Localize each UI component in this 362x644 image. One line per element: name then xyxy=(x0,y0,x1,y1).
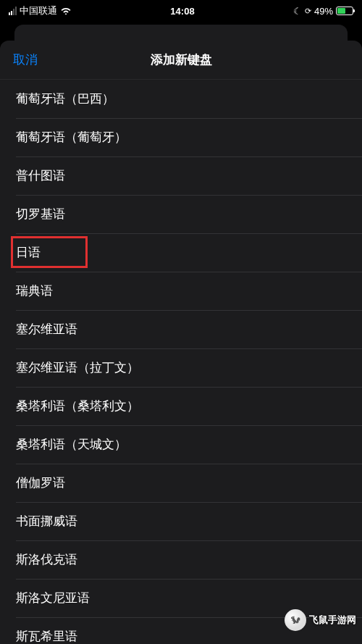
language-label: 斯洛伐克语 xyxy=(16,551,77,568)
moon-icon: ☾ xyxy=(293,6,302,17)
language-label: 书面挪威语 xyxy=(16,513,77,530)
language-label: 切罗基语 xyxy=(16,206,65,222)
language-row[interactable]: 塞尔维亚语 xyxy=(0,310,362,348)
language-row[interactable]: 书面挪威语 xyxy=(0,502,362,540)
language-row[interactable]: 切罗基语 xyxy=(0,195,362,233)
clock: 14:08 xyxy=(170,6,194,17)
cancel-button[interactable]: 取消 xyxy=(13,51,38,68)
language-label: 塞尔维亚语 xyxy=(16,321,77,338)
sheet-title: 添加新键盘 xyxy=(151,51,212,68)
orientation-lock-icon: ⟳ xyxy=(305,7,311,16)
status-bar: 中国联通 14:08 ☾ ⟳ 49% xyxy=(0,0,362,22)
language-row[interactable]: 塞尔维亚语（拉丁文） xyxy=(0,348,362,387)
language-label: 葡萄牙语（巴西） xyxy=(16,91,114,107)
sheet-header: 取消 添加新键盘 xyxy=(0,41,362,80)
language-row[interactable]: 僧伽罗语 xyxy=(0,464,362,502)
status-right: ☾ ⟳ 49% xyxy=(293,6,353,17)
language-label: 瑞典语 xyxy=(16,283,53,299)
battery-percent: 49% xyxy=(314,6,333,17)
watermark-icon: 🐿 xyxy=(285,609,306,631)
language-row[interactable]: 普什图语 xyxy=(0,156,362,195)
wifi-icon xyxy=(60,6,72,17)
watermark-text: 飞鼠手游网 xyxy=(309,614,356,627)
language-label: 斯洛文尼亚语 xyxy=(16,590,90,606)
keyboard-language-list[interactable]: 葡萄牙语（巴西）葡萄牙语（葡萄牙）普什图语切罗基语日语瑞典语塞尔维亚语塞尔维亚语… xyxy=(0,80,362,644)
carrier-label: 中国联通 xyxy=(20,4,57,17)
language-label: 日语 xyxy=(16,244,41,261)
language-row[interactable]: 瑞典语 xyxy=(0,272,362,310)
signal-icon xyxy=(9,7,17,15)
language-label: 塞尔维亚语（拉丁文） xyxy=(16,359,139,376)
language-label: 葡萄牙语（葡萄牙） xyxy=(16,129,127,146)
language-row[interactable]: 葡萄牙语（巴西） xyxy=(0,80,362,118)
status-left: 中国联通 xyxy=(9,4,72,17)
language-row[interactable]: 斯洛伐克语 xyxy=(0,540,362,579)
language-label: 桑塔利语（桑塔利文） xyxy=(16,398,139,414)
language-label: 僧伽罗语 xyxy=(16,474,65,491)
language-label: 桑塔利语（天城文） xyxy=(16,436,127,453)
battery-icon xyxy=(336,7,353,15)
language-label: 普什图语 xyxy=(16,167,65,184)
language-row[interactable]: 桑塔利语（桑塔利文） xyxy=(0,387,362,425)
language-label: 斯瓦希里语 xyxy=(16,628,77,644)
language-row[interactable]: 葡萄牙语（葡萄牙） xyxy=(0,118,362,156)
add-keyboard-sheet: 取消 添加新键盘 葡萄牙语（巴西）葡萄牙语（葡萄牙）普什图语切罗基语日语瑞典语塞… xyxy=(0,41,362,644)
language-row[interactable]: 日语 xyxy=(0,233,362,272)
watermark: 🐿 飞鼠手游网 xyxy=(285,609,356,631)
language-row[interactable]: 桑塔利语（天城文） xyxy=(0,425,362,464)
